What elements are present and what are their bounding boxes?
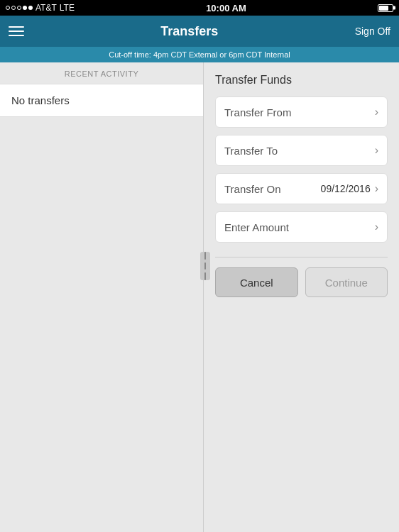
status-bar-right [378,4,393,12]
signal-dot-2 [11,6,16,10]
transfer-on-field[interactable]: Transfer On 09/12/2016 › [215,173,388,204]
transfer-funds-title: Transfer Funds [215,74,388,87]
network-type-label: LTE [60,3,75,13]
transfer-on-right: 09/12/2016 › [321,182,378,195]
transfer-from-right: › [375,106,378,118]
signal-strength [6,6,33,10]
enter-amount-chevron-icon: › [375,221,378,233]
transfer-from-label: Transfer From [224,106,291,118]
recent-activity-header: RECENT ACTIVITY [0,62,203,84]
menu-icon[interactable] [9,26,24,36]
enter-amount-field[interactable]: Enter Amount › [215,211,388,243]
continue-button[interactable]: Continue [305,267,388,297]
nav-title: Transfers [160,24,218,39]
button-row: Cancel Continue [215,267,388,297]
form-divider [215,257,388,257]
signal-dot-5 [28,6,33,10]
signal-dot-4 [23,6,27,10]
drag-handle[interactable] [200,252,210,280]
enter-amount-label: Enter Amount [224,221,289,233]
transfer-from-field[interactable]: Transfer From › [215,96,388,128]
nav-bar: Transfers Sign Off [0,16,399,47]
info-bar: Cut-off time: 4pm CDT External or 6pm CD… [0,47,399,62]
transfer-on-value: 09/12/2016 [321,183,371,194]
battery-fill [379,6,388,11]
status-bar: AT&T LTE 10:00 AM [0,0,399,16]
enter-amount-right: › [375,221,378,233]
transfer-to-right: › [375,144,378,157]
left-panel: RECENT ACTIVITY No transfers [0,62,204,532]
cutoff-info-text: Cut-off time: 4pm CDT External or 6pm CD… [109,50,290,59]
sign-off-button[interactable]: Sign Off [355,26,390,37]
transfer-to-field[interactable]: Transfer To › [215,135,388,166]
right-panel: Transfer Funds Transfer From › Transfer … [204,62,399,532]
carrier-label: AT&T [35,3,57,13]
no-transfers-label: No transfers [0,84,203,117]
drag-handle-line-1 [204,252,206,260]
transfer-from-chevron-icon: › [375,106,378,118]
main-layout: RECENT ACTIVITY No transfers Transfer Fu… [0,62,399,532]
drag-handle-line-2 [204,262,206,270]
status-bar-time: 10:00 AM [206,3,246,13]
battery-icon [378,4,393,12]
status-bar-left: AT&T LTE [6,3,75,13]
transfer-on-label: Transfer On [224,183,280,195]
signal-dot-1 [6,6,10,10]
drag-handle-line-3 [204,272,206,280]
transfer-on-chevron-icon: › [375,182,378,195]
signal-dot-3 [17,6,21,10]
cancel-button[interactable]: Cancel [215,267,298,297]
transfer-to-label: Transfer To [224,145,278,157]
transfer-to-chevron-icon: › [375,144,378,157]
